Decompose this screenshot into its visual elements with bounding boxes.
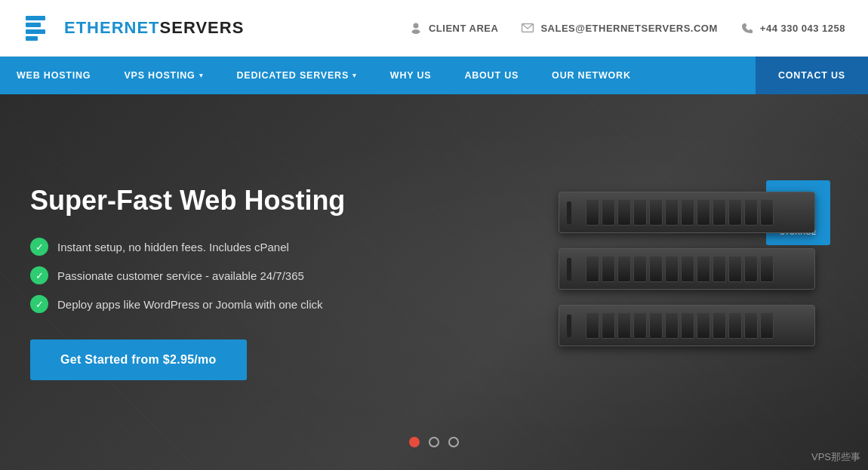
chevron-down-icon: ▾: [352, 72, 357, 79]
carousel-dot-1[interactable]: [409, 437, 420, 447]
drive-bay: [713, 312, 726, 339]
carousel-dots: [409, 437, 459, 447]
feature-item: ✓ Passionate customer service - availabl…: [30, 266, 408, 284]
svg-rect-0: [26, 16, 45, 20]
drive-bay: [760, 256, 774, 282]
drive-bay: [697, 199, 710, 226]
feature-item: ✓ Instant setup, no hidden fees. Include…: [30, 238, 408, 256]
drive-bay: [744, 199, 758, 226]
drive-bay: [649, 256, 663, 282]
topbar-links: CLIENT AREA SALES@ETHERNETSERVERS.COM +4…: [409, 21, 845, 35]
drive-bay: [681, 256, 694, 282]
nav-about-us[interactable]: ABOUT US: [448, 57, 535, 94]
hero-features: ✓ Instant setup, no hidden fees. Include…: [30, 238, 408, 313]
drive-bay: [697, 312, 710, 339]
drive-bay: [728, 312, 742, 339]
logo-text: ETHERNETSERVERS: [64, 18, 244, 38]
email-icon: [521, 21, 534, 35]
nav-why-us[interactable]: WHY US: [374, 57, 448, 94]
drive-bay: [665, 199, 679, 226]
svg-rect-3: [26, 36, 38, 41]
logo-icon: [23, 11, 57, 45]
check-icon: ✓: [30, 295, 48, 313]
check-icon: ✓: [30, 238, 48, 256]
drive-bay: [586, 199, 599, 226]
get-started-button[interactable]: Get Started from $2.95/mo: [30, 339, 247, 380]
user-icon: [409, 21, 423, 35]
nav-contact-us[interactable]: CONTACT US: [756, 57, 868, 94]
drive-bay: [665, 256, 679, 282]
drive-bay: [681, 312, 694, 339]
drive-bays-1: [586, 199, 782, 226]
navbar: WEB HOSTING VPS HOSTING ▾ DEDICATED SERV…: [0, 57, 868, 94]
drive-bay: [602, 256, 615, 282]
chevron-down-icon: ▾: [199, 72, 204, 79]
drive-bay: [649, 199, 663, 226]
server-unit-1: [559, 192, 815, 233]
svg-point-4: [413, 23, 418, 29]
hero-server-image: 100 PERCENT SSD STORAGE: [506, 94, 868, 470]
drive-bay: [665, 312, 679, 339]
drive-bay: [713, 199, 726, 226]
phone-link[interactable]: +44 330 043 1258: [740, 21, 845, 35]
drive-bay: [760, 199, 774, 226]
drive-bay: [633, 256, 647, 282]
server-unit-3: [559, 305, 815, 346]
nav-web-hosting[interactable]: WEB HOSTING: [0, 57, 107, 94]
drive-bay: [760, 312, 774, 339]
server-stack: 100 PERCENT SSD STORAGE: [543, 177, 830, 388]
client-area-link[interactable]: CLIENT AREA: [409, 21, 498, 35]
hero-content: Super-Fast Web Hosting ✓ Instant setup, …: [0, 139, 438, 425]
drive-bay: [649, 312, 663, 339]
svg-rect-1: [26, 23, 41, 27]
drive-bay: [633, 199, 647, 226]
drive-bay: [744, 312, 758, 339]
nav-dedicated-servers[interactable]: DEDICATED SERVERS ▾: [220, 57, 373, 94]
hero-section: Super-Fast Web Hosting ✓ Instant setup, …: [0, 94, 868, 470]
phone-icon: [740, 21, 754, 35]
drive-bay: [728, 199, 742, 226]
server-unit-2: [559, 248, 815, 290]
drive-bay: [728, 256, 742, 282]
carousel-dot-2[interactable]: [429, 437, 439, 447]
drive-bay: [617, 256, 631, 282]
drive-bay: [633, 312, 647, 339]
drive-bay: [681, 199, 694, 226]
topbar: ETHERNETSERVERS CLIENT AREA SALES@ETHERN…: [0, 0, 868, 57]
drive-bay: [586, 312, 599, 339]
drive-bay: [697, 256, 710, 282]
carousel-dot-3[interactable]: [448, 437, 459, 447]
drive-bays-3: [586, 312, 782, 339]
check-icon: ✓: [30, 266, 48, 284]
nav-vps-hosting[interactable]: VPS HOSTING ▾: [107, 57, 220, 94]
svg-rect-2: [26, 29, 45, 34]
logo[interactable]: ETHERNETSERVERS: [23, 11, 244, 45]
drive-bay: [602, 312, 615, 339]
drive-bay: [617, 199, 631, 226]
svg-point-5: [411, 29, 420, 34]
hero-title: Super-Fast Web Hosting: [30, 184, 408, 217]
drive-bay: [713, 256, 726, 282]
drive-bay: [744, 256, 758, 282]
drive-bay: [586, 256, 599, 282]
feature-item: ✓ Deploy apps like WordPress or Joomla w…: [30, 295, 408, 313]
nav-our-network[interactable]: OUR NETWORK: [535, 57, 648, 94]
drive-bay: [617, 312, 631, 339]
watermark: VPS那些事: [811, 450, 860, 464]
drive-bays-2: [586, 256, 782, 282]
drive-bay: [602, 199, 615, 226]
sales-email-link[interactable]: SALES@ETHERNETSERVERS.COM: [521, 21, 717, 35]
